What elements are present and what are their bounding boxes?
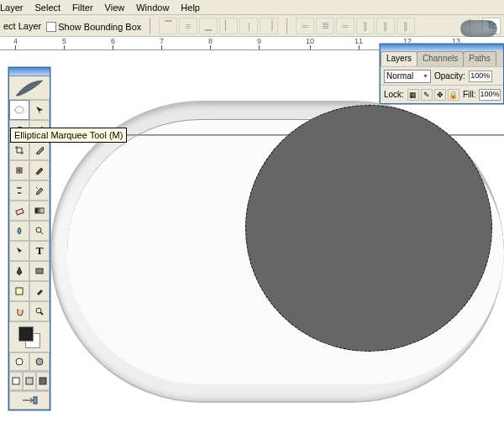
ruler-label: 6 <box>111 37 115 45</box>
color-swatch[interactable] <box>9 321 50 352</box>
zoom-tool[interactable] <box>29 301 50 321</box>
divider <box>286 18 287 34</box>
align-right-icon[interactable]: ▕ <box>260 18 278 34</box>
menu-window[interactable]: Window <box>136 3 169 13</box>
pen-tool[interactable] <box>9 261 29 281</box>
lock-all-icon[interactable]: 🔒 <box>448 89 459 101</box>
docked-brush-icon <box>460 20 497 37</box>
blur-tool[interactable] <box>9 221 29 241</box>
menu-bar: Layer Select Filter View Window Help <box>0 0 504 15</box>
svg-point-0 <box>15 107 24 113</box>
opacity-field[interactable]: 100% <box>469 70 492 82</box>
menu-view[interactable]: View <box>105 3 125 13</box>
svg-rect-7 <box>16 288 23 295</box>
svg-rect-4 <box>35 208 44 213</box>
lock-transparent-icon[interactable]: ▦ <box>407 89 419 101</box>
chevron-down-icon: ▼ <box>423 73 428 79</box>
marquee-tool[interactable] <box>9 100 29 120</box>
elliptical-selection[interactable] <box>245 105 492 352</box>
opacity-label: Opacity: <box>434 71 465 81</box>
svg-rect-12 <box>26 378 33 384</box>
document-canvas[interactable] <box>0 50 504 433</box>
menu-help[interactable]: Help <box>181 3 200 13</box>
menu-filter[interactable]: Filter <box>72 3 92 13</box>
tab-paths[interactable]: Paths <box>463 51 496 66</box>
ruler-label: 10 <box>306 37 314 45</box>
shape-tool[interactable] <box>29 261 50 281</box>
panel-tabs: Layers Channels Paths <box>381 51 503 66</box>
ruler-label: 7 <box>160 37 164 45</box>
crop-tool[interactable] <box>9 140 29 160</box>
move-tool[interactable] <box>29 100 50 120</box>
align-hcenter-icon[interactable]: | <box>239 18 258 34</box>
svg-rect-11 <box>13 378 19 384</box>
foreground-color-icon[interactable] <box>18 326 34 342</box>
toolbox-panel[interactable]: T <box>8 67 50 410</box>
brush-tool[interactable] <box>29 160 50 180</box>
quickmask-mode-icon[interactable] <box>29 352 50 371</box>
jump-to-imageready-icon[interactable] <box>9 391 50 410</box>
fill-field[interactable]: 100% <box>479 89 500 101</box>
bounding-box-label: Show Bounding Box <box>58 22 141 32</box>
blend-mode-select[interactable]: Normal▼ <box>384 70 431 83</box>
tab-channels[interactable]: Channels <box>417 51 464 66</box>
menu-layer[interactable]: Layer <box>0 3 24 13</box>
notes-tool[interactable] <box>9 281 29 301</box>
dodge-tool[interactable] <box>29 221 50 241</box>
svg-point-10 <box>36 358 43 365</box>
align-vcenter-icon[interactable]: ≡ <box>179 18 197 34</box>
layers-panel[interactable]: Layers Channels Paths Normal▼ Opacity: 1… <box>380 44 504 104</box>
healing-tool[interactable] <box>9 160 29 180</box>
dist-top-icon[interactable]: ═ <box>296 18 314 34</box>
toolbox-drag-handle[interactable] <box>9 68 50 76</box>
tab-layers[interactable]: Layers <box>381 51 417 66</box>
lock-paint-icon[interactable]: ✎ <box>421 89 433 101</box>
ruler-label: 5 <box>62 37 66 45</box>
dist-right-icon[interactable]: ‖ <box>396 18 415 34</box>
toolbox-logo <box>9 76 50 100</box>
svg-point-9 <box>16 358 23 365</box>
tool-tooltip: Elliptical Marquee Tool (M) <box>10 128 127 143</box>
eraser-tool[interactable] <box>9 201 29 221</box>
ruler-label: 4 <box>13 37 18 45</box>
svg-rect-14 <box>34 397 37 404</box>
hand-tool[interactable] <box>9 301 29 321</box>
blend-mode-value: Normal <box>386 71 413 81</box>
dist-vcenter-icon[interactable]: ≣ <box>316 18 334 34</box>
slice-tool[interactable] <box>29 140 50 160</box>
dist-left-icon[interactable]: ‖ <box>356 18 375 34</box>
canvas-area[interactable] <box>0 50 504 433</box>
ruler-label: 9 <box>257 37 261 45</box>
options-bar: ect Layer Show Bounding Box ▔ ≡ ▁ ▏ | ▕ … <box>0 15 504 37</box>
align-top-icon[interactable]: ▔ <box>159 18 177 34</box>
path-select-tool[interactable] <box>9 241 29 261</box>
distribute-buttons: ═ ≣ ═ ‖ ‖ ‖ <box>296 18 415 34</box>
ruler-label: 11 <box>354 37 363 45</box>
align-left-icon[interactable]: ▏ <box>219 18 238 34</box>
menu-select[interactable]: Select <box>35 3 61 13</box>
align-bottom-icon[interactable]: ▁ <box>199 18 218 34</box>
dist-bottom-icon[interactable]: ═ <box>336 18 354 34</box>
opt-layer-label: ect Layer <box>3 21 41 31</box>
stamp-tool[interactable] <box>9 180 29 201</box>
lock-position-icon[interactable]: ✥ <box>434 89 446 101</box>
svg-rect-3 <box>16 209 24 215</box>
svg-rect-13 <box>39 378 46 384</box>
screen-full-icon[interactable] <box>36 372 50 390</box>
dist-hcenter-icon[interactable]: ‖ <box>376 18 395 34</box>
history-brush-tool[interactable] <box>29 180 50 201</box>
bounding-box-check[interactable]: Show Bounding Box <box>46 20 141 32</box>
gradient-tool[interactable] <box>29 201 50 221</box>
svg-rect-6 <box>36 269 43 274</box>
ruler-label: 8 <box>208 37 213 45</box>
screen-fullmenu-icon[interactable] <box>23 372 36 390</box>
divider <box>150 18 150 34</box>
screen-standard-icon[interactable] <box>9 372 23 390</box>
panel-drag-handle[interactable] <box>381 44 503 51</box>
fill-label: Fill: <box>463 90 476 99</box>
lock-label: Lock: <box>384 90 404 99</box>
type-tool[interactable]: T <box>29 241 50 261</box>
standard-mode-icon[interactable] <box>9 352 29 371</box>
eyedropper-tool[interactable] <box>29 281 50 301</box>
lock-icons: ▦ ✎ ✥ 🔒 <box>407 89 459 101</box>
